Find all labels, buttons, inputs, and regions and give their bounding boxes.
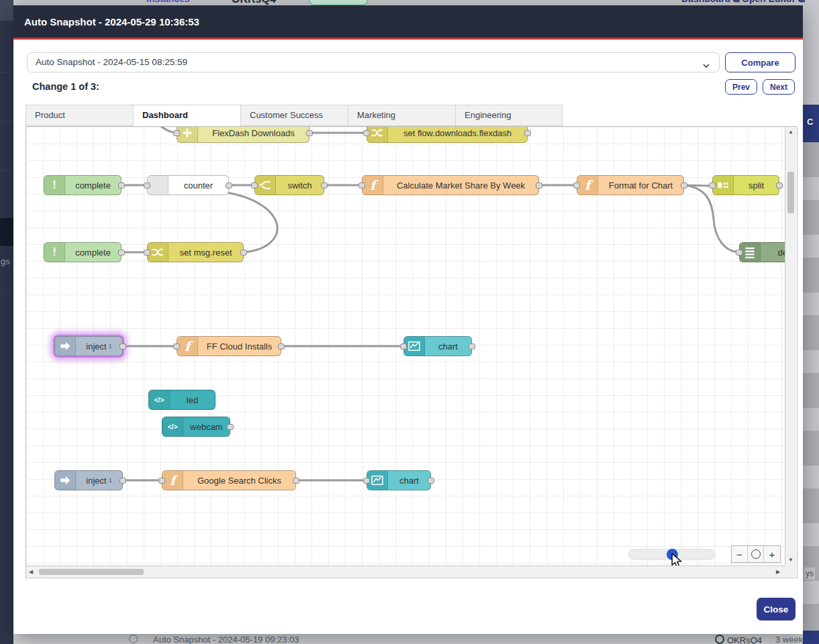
node-webcam[interactable]: </>webcam — [162, 417, 230, 437]
node-ff-cloud-installs[interactable]: fFF Cloud Installs — [177, 336, 281, 356]
scroll-up-icon[interactable]: ▲ — [788, 129, 793, 135]
dialog-title: Auto Snapshot - 2024-05-29 10:36:53 — [24, 16, 199, 28]
zoom-reset-icon — [751, 549, 761, 559]
zoom-out-button[interactable]: − — [732, 546, 748, 562]
input-port[interactable] — [736, 250, 742, 256]
node-switch[interactable]: switch — [254, 175, 324, 195]
horizontal-scrollbar-thumb[interactable] — [39, 569, 144, 575]
input-port[interactable] — [144, 182, 150, 189]
node-complete-1[interactable]: !complete — [44, 175, 122, 195]
open-editor-button[interactable]: Open Editor ⧉ — [742, 0, 805, 5]
function-icon: f — [363, 176, 383, 195]
output-port[interactable] — [227, 424, 234, 430]
node-debug[interactable]: debug — [739, 242, 785, 262]
tab-dashboard[interactable]: Dashboard — [133, 105, 240, 126]
prev-button[interactable]: Prev — [725, 79, 757, 95]
node-inject-2[interactable]: inject1 — [54, 470, 123, 490]
scroll-down-icon[interactable]: ▼ — [788, 557, 793, 563]
input-port[interactable] — [144, 250, 150, 256]
node-set-flow-downloads-flexdash[interactable]: set flow.downloads.flexdash — [367, 127, 528, 143]
horizontal-scrollbar[interactable]: ◀ ▶ — [26, 566, 785, 577]
input-port[interactable] — [173, 130, 180, 136]
background-table-header: C — [803, 105, 819, 142]
input-port[interactable] — [400, 343, 407, 350]
node-counter[interactable]: counter — [147, 175, 229, 195]
node-label: complete — [65, 176, 121, 195]
output-port[interactable] — [321, 182, 328, 189]
node-split[interactable]: split — [712, 175, 779, 195]
none-icon — [148, 176, 168, 195]
instances-breadcrumb[interactable]: Instances — [146, 0, 190, 4]
zoom-in-button[interactable]: + — [764, 546, 780, 562]
output-port[interactable] — [776, 182, 783, 189]
output-port[interactable] — [524, 130, 531, 136]
input-port[interactable] — [573, 182, 580, 189]
node-format-for-chart[interactable]: fFormat for Chart — [577, 175, 684, 195]
output-port[interactable] — [240, 250, 247, 256]
node-set-msg-reset[interactable]: set msg.reset — [147, 242, 244, 262]
node-calculate-market-share-by-week[interactable]: fCalculate Market Share By Week — [362, 175, 539, 195]
node-led[interactable]: </>led — [148, 390, 215, 410]
exclamation-icon: ! — [44, 176, 65, 195]
output-port[interactable] — [226, 182, 232, 189]
output-port[interactable] — [469, 343, 475, 350]
zoom-slider-thumb[interactable] — [667, 549, 678, 560]
output-port[interactable] — [119, 343, 126, 350]
scroll-right-icon[interactable]: ▶ — [776, 569, 780, 575]
input-port[interactable] — [251, 182, 258, 189]
status-badge — [309, 0, 368, 5]
output-port[interactable] — [681, 182, 687, 189]
exclamation-icon: ! — [44, 243, 65, 262]
input-port[interactable] — [363, 130, 370, 136]
close-button[interactable]: Close — [757, 598, 796, 621]
node-complete-2[interactable]: !complete — [44, 242, 122, 262]
switch-icon — [255, 176, 276, 195]
vertical-scrollbar[interactable]: ▲ ▼ — [785, 127, 796, 566]
output-port[interactable] — [278, 343, 285, 350]
output-port[interactable] — [118, 250, 125, 256]
next-button[interactable]: Next — [763, 79, 795, 95]
background-snapshot-row: Auto Snapshot - 2024-05-19 09:23:03 — [153, 635, 299, 644]
background-sidebar: gs — [0, 0, 13, 644]
snapshot-select[interactable]: Auto Snapshot - 2024-05-15 08:25:59 — [27, 52, 720, 72]
input-port[interactable] — [173, 343, 180, 350]
node-inject-1[interactable]: inject1 — [54, 336, 123, 356]
code-icon: </> — [162, 417, 183, 436]
background-duration-fragment: 3 weeks 4 d — [775, 635, 803, 644]
tab-engineering[interactable]: Engineering — [455, 105, 563, 126]
node-flexdash-downloads[interactable]: FlexDash Downloads — [177, 127, 309, 143]
output-port[interactable] — [306, 130, 313, 136]
output-port[interactable] — [293, 478, 299, 484]
node-chart-1[interactable]: chart — [403, 336, 472, 356]
sidebar-item — [0, 246, 13, 294]
flow-tabs: ProductDashboardCustomer SuccessMarketin… — [26, 105, 563, 126]
output-port[interactable] — [428, 478, 434, 484]
output-port[interactable] — [118, 182, 125, 189]
sidebar-item-selected — [0, 218, 13, 247]
input-port[interactable] — [363, 478, 370, 484]
node-label: FF Cloud Installs — [198, 337, 281, 356]
flow-canvas[interactable]: FlexDash Downloadsset flow.downloads.fle… — [26, 127, 785, 566]
tab-product[interactable]: Product — [26, 105, 133, 126]
output-port[interactable] — [536, 182, 542, 189]
scrollbar-corner — [785, 566, 796, 577]
chart-icon — [367, 471, 388, 490]
screen: Instances OKRsQ4 Dashboard ⧉ Open Editor… — [0, 0, 819, 644]
tab-marketing[interactable]: Marketing — [348, 105, 455, 126]
input-port[interactable] — [709, 182, 716, 189]
input-port[interactable] — [358, 182, 365, 189]
scroll-left-icon[interactable]: ◀ — [29, 569, 33, 575]
input-port[interactable] — [158, 478, 165, 484]
output-port[interactable] — [119, 478, 126, 484]
node-google-search-clicks[interactable]: fGoogle Search Clicks — [162, 470, 296, 490]
background-right: C ys — [803, 5, 819, 644]
node-label: Google Search Clicks — [183, 471, 295, 490]
dashboard-button[interactable]: Dashboard ⧉ — [681, 0, 740, 5]
tab-customer-success[interactable]: Customer Success — [240, 105, 348, 126]
change-icon — [148, 243, 168, 262]
vertical-scrollbar-thumb[interactable] — [787, 172, 794, 213]
compare-button[interactable]: Compare — [725, 52, 796, 72]
zoom-reset-button[interactable] — [748, 546, 764, 562]
flow-canvas-frame: FlexDash Downloadsset flow.downloads.fle… — [26, 126, 798, 578]
node-chart-2[interactable]: chart — [367, 470, 431, 490]
